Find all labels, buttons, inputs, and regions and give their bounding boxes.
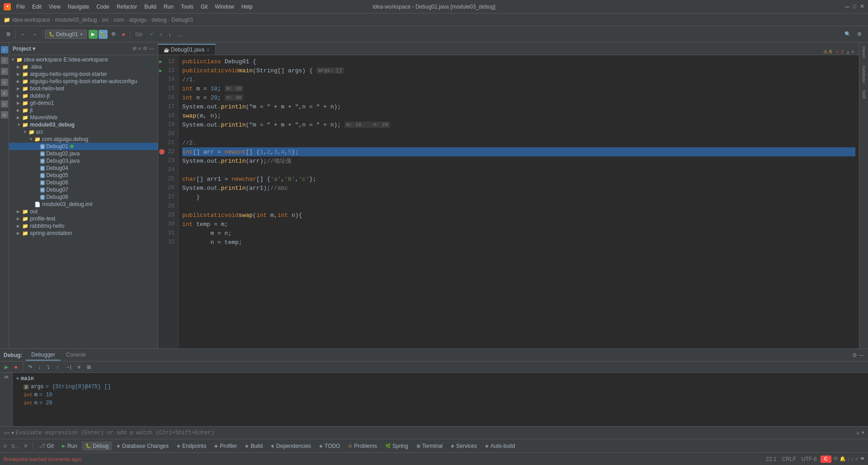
menu-item-refactor[interactable]: Refactor <box>113 3 141 11</box>
menu-item-tools[interactable]: Tools <box>177 3 197 11</box>
position-indicator[interactable]: 22:1 <box>764 456 778 462</box>
editor-tab-debug01-close[interactable]: ✕ <box>206 47 210 52</box>
web-icon[interactable]: W <box>1 111 8 118</box>
breadcrumb-item-6[interactable]: Debug01 <box>171 17 193 23</box>
code-line-17[interactable]: System.out.println("m = " + m + ",n = " … <box>182 102 855 111</box>
git-push[interactable]: ↓ <box>166 30 174 38</box>
git-more[interactable]: … <box>175 30 185 38</box>
debug-watch-more[interactable]: ▾ <box>862 430 864 436</box>
notifications-right-icon[interactable]: Notif <box>862 90 866 99</box>
tree-item-out[interactable]: ▶📁out <box>9 208 158 215</box>
debug-button[interactable]: 🐛 <box>99 30 108 39</box>
tree-item-mavenweb[interactable]: ▶📁MavenWeb <box>9 114 158 121</box>
tree-item-spring-annotation[interactable]: ▶📁spring-annotation <box>9 230 158 237</box>
project-icon-expand[interactable]: ⊞ <box>132 46 137 52</box>
bottom-btn-dependencies[interactable]: ◆Dependencies <box>267 442 315 451</box>
menu-item-build[interactable]: Build <box>141 3 160 11</box>
editor-tab-debug01[interactable]: ☕ Debug01.java ✕ <box>158 44 216 55</box>
tree-item--idea[interactable]: ▶📁.idea <box>9 63 158 70</box>
tree-item-module03-debug-iml[interactable]: 📄module03_debug.iml <box>9 201 158 208</box>
debug-run-cursor[interactable]: →| <box>62 363 74 371</box>
tree-item-idea-workspace-e--idea-workspace[interactable]: ▼📁idea-workspace E:\idea-workspace <box>9 56 158 63</box>
code-line-22[interactable]: int[] arr = new int[] {1,2,3,4,5}; <box>182 147 855 156</box>
menu-item-git[interactable]: Git <box>197 3 211 11</box>
bottom-btn-debug[interactable]: 🐛Debug <box>82 442 112 451</box>
debug-step-over[interactable]: ↷ <box>25 363 35 371</box>
code-line-13[interactable]: public static void main(String[] args) {… <box>182 66 855 75</box>
code-line-14[interactable]: //1. <box>182 75 855 84</box>
bottom-btn-auto-build[interactable]: ◆Auto-build <box>481 442 519 451</box>
tree-item-debug05[interactable]: CDebug05 <box>9 172 158 179</box>
tree-item-git-demo1[interactable]: ▶📁git-demo1 <box>9 99 158 107</box>
toolbar-forward-btn[interactable]: → <box>29 30 40 38</box>
menu-item-view[interactable]: View <box>45 3 64 11</box>
notifications-icon[interactable]: N <box>1 79 8 86</box>
code-line-18[interactable]: swap(m, n); <box>182 111 855 120</box>
tree-item-module03-debug[interactable]: ▼📁module03_debug <box>9 121 158 128</box>
toolbar-back-btn[interactable]: ← <box>18 30 28 38</box>
code-line-31[interactable]: m = n; <box>182 229 855 238</box>
structure-icon[interactable]: S <box>1 100 8 108</box>
code-line-27[interactable]: } <box>182 193 855 202</box>
pull-requests-icon[interactable]: R <box>1 68 8 75</box>
breadcrumb-item-2[interactable]: src <box>102 17 109 23</box>
project-icon-collapse[interactable]: ≡ <box>138 46 141 52</box>
code-line-28[interactable] <box>182 202 855 211</box>
line-endings-indicator[interactable]: CRLF <box>780 456 797 462</box>
debug-sidebar-btn1[interactable]: S <box>3 375 9 380</box>
tree-item-debug06[interactable]: CDebug06 <box>9 179 158 186</box>
menu-item-window[interactable]: Window <box>211 3 238 11</box>
minimize-btn[interactable]: ─ <box>845 3 849 10</box>
menu-item-help[interactable]: Help <box>238 3 256 11</box>
debug-close-icon[interactable]: — <box>859 352 864 358</box>
code-line-30[interactable]: int temp = m; <box>182 220 855 229</box>
project-icon-close[interactable]: — <box>149 46 154 52</box>
debug-tab-debugger[interactable]: Debugger <box>26 350 61 361</box>
tree-item-debug07[interactable]: CDebug07 <box>9 186 158 193</box>
breakpoint-22[interactable] <box>159 149 165 155</box>
tree-item-com-atguigu-debug[interactable]: ▼📁com.atguigu.debug <box>9 136 158 143</box>
search-everywhere[interactable]: 🔍 <box>842 30 854 38</box>
bottom-btn-profiler[interactable]: ◆Profiler <box>211 442 241 451</box>
debug-evaluate[interactable]: ≡ <box>75 363 83 371</box>
debug-stop-btn[interactable]: ■ <box>12 363 20 371</box>
code-line-25[interactable]: char[] arr1 = new char[] {'a','b','c'}; <box>182 174 855 183</box>
bottom-btn-spring[interactable]: 🌿Spring <box>382 442 412 451</box>
menu-item-navigate[interactable]: Navigate <box>64 3 93 11</box>
code-line-16[interactable]: int n = 20;n: 20 <box>182 93 855 102</box>
debug-frames[interactable]: ⊞ <box>84 363 94 371</box>
debug-resume-btn[interactable]: ▶ <box>2 363 11 371</box>
menu-item-edit[interactable]: Edit <box>28 3 45 11</box>
debug-tab-console[interactable]: Console <box>61 350 91 361</box>
run-config-selector[interactable]: 🐛 Debug01 ▾ <box>45 30 87 39</box>
code-line-15[interactable]: int m = 10;m: 10 <box>182 84 855 93</box>
bottom-btn-problems[interactable]: ⚠Problems <box>344 442 381 451</box>
bottom-btn-terminal[interactable]: ▣Terminal <box>413 442 446 451</box>
bottom-btn-services[interactable]: ◆Services <box>447 442 481 451</box>
maven-icon[interactable]: Maven <box>862 46 866 58</box>
bottom-btn-endpoints[interactable]: ◆Endpoints <box>173 442 210 451</box>
tree-item-src[interactable]: ▼📁src <box>9 128 158 136</box>
code-line-19[interactable]: System.out.println("m = " + m + ",n = " … <box>182 120 855 129</box>
debug-step-into[interactable]: ↓ <box>36 363 44 371</box>
code-line-32[interactable]: n = temp; <box>182 238 855 247</box>
bottom-btn-databasechanges[interactable]: ◆Database Changes <box>113 442 172 451</box>
code-content[interactable]: public class Debug01 { public static voi… <box>179 55 859 348</box>
bottom-left-arrow[interactable]: ≡ <box>2 443 9 449</box>
code-line-24[interactable] <box>182 165 855 174</box>
close-btn[interactable]: ✕ <box>860 3 864 10</box>
tree-item-jt[interactable]: ▶📁jt <box>9 107 158 114</box>
bottom-btn-run[interactable]: ▶Run <box>58 442 81 451</box>
code-line-23[interactable]: System.out.println(arr);//地址值 <box>182 156 855 165</box>
git-update[interactable]: ↑ <box>157 30 165 38</box>
database-icon[interactable]: Database <box>862 66 866 83</box>
menu-item-run[interactable]: Run <box>160 3 177 11</box>
debug-step-out[interactable]: ↑ <box>53 363 61 371</box>
code-line-29[interactable]: public static void swap(int m,int n){ <box>182 211 855 220</box>
bottom-btn-build[interactable]: ◆Build <box>241 442 266 451</box>
toolbar-run-coverage[interactable]: ⚙ <box>108 30 118 38</box>
maximize-btn[interactable]: □ <box>853 3 856 10</box>
tree-item-atguigu-hello-spring-boot-starter-autoconfigu[interactable]: ▶📁atguigu-hello-spring-boot-starter-auto… <box>9 78 158 85</box>
code-line-21[interactable]: //2. <box>182 138 855 147</box>
code-line-12[interactable]: public class Debug01 { <box>182 57 855 66</box>
